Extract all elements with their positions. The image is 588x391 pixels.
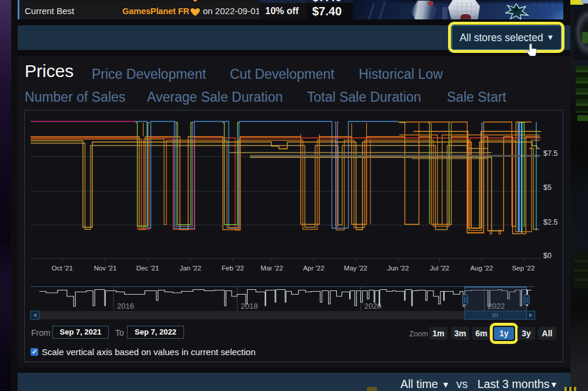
svg-text:Jun '22: Jun '22	[387, 265, 409, 272]
svg-text:Nov '21: Nov '21	[94, 265, 117, 272]
svg-text:Apr '22: Apr '22	[303, 265, 324, 272]
svg-text:Jan '22: Jan '22	[179, 265, 201, 272]
svg-text:May '22: May '22	[344, 265, 368, 272]
svg-text:$5: $5	[543, 183, 552, 192]
svg-text:$2.5: $2.5	[543, 218, 557, 226]
svg-text:Oct '21: Oct '21	[52, 265, 73, 272]
svg-text:2016: 2016	[117, 302, 134, 310]
svg-text:Sep '22: Sep '22	[512, 265, 535, 272]
svg-text:2018: 2018	[241, 302, 258, 310]
svg-text:$0: $0	[543, 252, 552, 260]
svg-text:Mar '22: Mar '22	[260, 265, 283, 272]
svg-text:Aug '22: Aug '22	[470, 265, 493, 272]
svg-text:Feb '22: Feb '22	[222, 265, 244, 272]
svg-text:Jul '22: Jul '22	[430, 265, 449, 272]
svg-text:Dec '21: Dec '21	[136, 265, 159, 272]
svg-text:$7.5: $7.5	[543, 149, 557, 158]
